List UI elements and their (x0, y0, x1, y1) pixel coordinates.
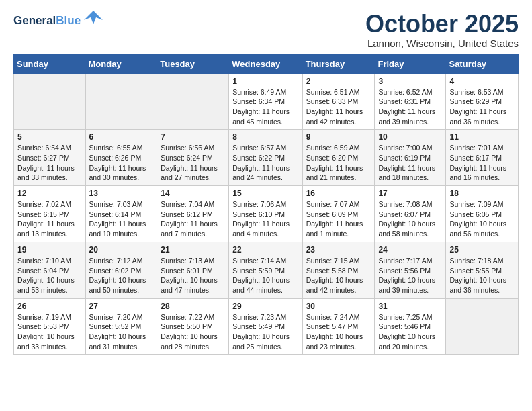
day-info: Sunrise: 7:10 AM Sunset: 6:04 PM Dayligh… (17, 256, 82, 295)
calendar-cell: 29Sunrise: 7:23 AM Sunset: 5:49 PM Dayli… (229, 298, 302, 355)
day-info: Sunrise: 7:17 AM Sunset: 5:56 PM Dayligh… (378, 256, 442, 295)
col-tuesday: Tuesday (157, 54, 229, 73)
calendar-cell (157, 73, 229, 130)
calendar-cell: 18Sunrise: 7:09 AM Sunset: 6:05 PM Dayli… (446, 186, 519, 242)
day-number: 27 (89, 302, 154, 311)
day-info: Sunrise: 7:13 AM Sunset: 6:01 PM Dayligh… (161, 256, 225, 295)
day-number: 15 (232, 189, 298, 198)
month-title: October 2025 (365, 11, 519, 38)
day-number: 4 (449, 77, 515, 86)
day-number: 9 (306, 132, 371, 142)
day-number: 11 (449, 132, 515, 142)
calendar-cell: 17Sunrise: 7:08 AM Sunset: 6:07 PM Dayli… (375, 186, 446, 242)
header: GeneralBlue October 2025 Lannon, Wiscons… (13, 11, 519, 49)
col-thursday: Thursday (302, 54, 375, 73)
calendar-cell (14, 73, 86, 130)
calendar-week-5: 26Sunrise: 7:19 AM Sunset: 5:53 PM Dayli… (14, 298, 519, 355)
calendar-cell: 10Sunrise: 7:00 AM Sunset: 6:19 PM Dayli… (375, 130, 446, 186)
calendar-cell: 5Sunrise: 6:54 AM Sunset: 6:27 PM Daylig… (14, 130, 86, 186)
day-number: 10 (378, 132, 442, 142)
day-info: Sunrise: 7:07 AM Sunset: 6:09 PM Dayligh… (306, 199, 371, 239)
calendar-table: Sunday Monday Tuesday Wednesday Thursday… (13, 54, 519, 355)
calendar-week-2: 5Sunrise: 6:54 AM Sunset: 6:27 PM Daylig… (14, 130, 519, 186)
day-number: 18 (449, 189, 515, 198)
page-container: GeneralBlue October 2025 Lannon, Wiscons… (0, 0, 532, 361)
calendar-cell: 12Sunrise: 7:02 AM Sunset: 6:15 PM Dayli… (14, 186, 86, 242)
day-number: 31 (378, 302, 442, 311)
day-number: 5 (17, 132, 82, 142)
calendar-week-4: 19Sunrise: 7:10 AM Sunset: 6:04 PM Dayli… (14, 242, 519, 298)
day-number: 21 (161, 245, 225, 255)
day-number: 19 (17, 245, 82, 255)
day-info: Sunrise: 6:56 AM Sunset: 6:24 PM Dayligh… (161, 143, 225, 183)
day-number: 7 (161, 132, 225, 142)
day-info: Sunrise: 7:06 AM Sunset: 6:10 PM Dayligh… (232, 199, 298, 239)
day-number: 6 (89, 132, 154, 142)
day-number: 26 (17, 302, 82, 311)
calendar-cell: 19Sunrise: 7:10 AM Sunset: 6:04 PM Dayli… (14, 242, 86, 298)
day-number: 13 (89, 189, 154, 198)
calendar-cell: 28Sunrise: 7:22 AM Sunset: 5:50 PM Dayli… (157, 298, 229, 355)
col-monday: Monday (85, 54, 157, 73)
col-sunday: Sunday (14, 54, 86, 73)
location: Lannon, Wisconsin, United States (365, 38, 519, 49)
calendar-cell (85, 73, 157, 130)
day-info: Sunrise: 7:00 AM Sunset: 6:19 PM Dayligh… (378, 143, 442, 183)
day-info: Sunrise: 6:59 AM Sunset: 6:20 PM Dayligh… (306, 143, 371, 183)
day-info: Sunrise: 6:51 AM Sunset: 6:33 PM Dayligh… (306, 87, 371, 127)
day-number: 16 (306, 189, 371, 198)
calendar-cell: 4Sunrise: 6:53 AM Sunset: 6:29 PM Daylig… (446, 73, 519, 130)
day-number: 28 (161, 302, 225, 311)
calendar-cell: 1Sunrise: 6:49 AM Sunset: 6:34 PM Daylig… (229, 73, 302, 130)
day-number: 2 (306, 77, 371, 86)
calendar-cell: 30Sunrise: 7:24 AM Sunset: 5:47 PM Dayli… (302, 298, 375, 355)
day-info: Sunrise: 7:25 AM Sunset: 5:46 PM Dayligh… (378, 312, 442, 352)
day-number: 24 (378, 245, 442, 255)
day-info: Sunrise: 6:53 AM Sunset: 6:29 PM Dayligh… (449, 87, 515, 127)
day-info: Sunrise: 7:01 AM Sunset: 6:17 PM Dayligh… (449, 143, 515, 183)
calendar-cell: 7Sunrise: 6:56 AM Sunset: 6:24 PM Daylig… (157, 130, 229, 186)
day-info: Sunrise: 6:49 AM Sunset: 6:34 PM Dayligh… (232, 87, 298, 127)
calendar-week-3: 12Sunrise: 7:02 AM Sunset: 6:15 PM Dayli… (14, 186, 519, 242)
day-info: Sunrise: 7:20 AM Sunset: 5:52 PM Dayligh… (89, 312, 154, 352)
day-number: 22 (232, 245, 298, 255)
calendar-cell: 22Sunrise: 7:14 AM Sunset: 5:59 PM Dayli… (229, 242, 302, 298)
day-number: 14 (161, 189, 225, 198)
col-wednesday: Wednesday (229, 54, 302, 73)
calendar-cell: 16Sunrise: 7:07 AM Sunset: 6:09 PM Dayli… (302, 186, 375, 242)
day-info: Sunrise: 7:15 AM Sunset: 5:58 PM Dayligh… (306, 256, 371, 295)
calendar-cell: 20Sunrise: 7:12 AM Sunset: 6:02 PM Dayli… (85, 242, 157, 298)
calendar-cell: 26Sunrise: 7:19 AM Sunset: 5:53 PM Dayli… (14, 298, 86, 355)
calendar-cell: 23Sunrise: 7:15 AM Sunset: 5:58 PM Dayli… (302, 242, 375, 298)
day-number: 29 (232, 302, 298, 311)
day-info: Sunrise: 7:03 AM Sunset: 6:14 PM Dayligh… (89, 199, 154, 239)
logo-blue-text: Blue (56, 14, 81, 27)
logo: GeneralBlue (13, 11, 103, 30)
calendar-week-1: 1Sunrise: 6:49 AM Sunset: 6:34 PM Daylig… (14, 73, 519, 130)
calendar-cell: 3Sunrise: 6:52 AM Sunset: 6:31 PM Daylig… (375, 73, 446, 130)
svg-marker-0 (84, 11, 103, 24)
header-row: Sunday Monday Tuesday Wednesday Thursday… (14, 54, 519, 73)
calendar-cell: 25Sunrise: 7:18 AM Sunset: 5:55 PM Dayli… (446, 242, 519, 298)
calendar-cell: 31Sunrise: 7:25 AM Sunset: 5:46 PM Dayli… (375, 298, 446, 355)
day-info: Sunrise: 6:52 AM Sunset: 6:31 PM Dayligh… (378, 87, 442, 127)
calendar-cell: 9Sunrise: 6:59 AM Sunset: 6:20 PM Daylig… (302, 130, 375, 186)
day-number: 23 (306, 245, 371, 255)
day-info: Sunrise: 7:23 AM Sunset: 5:49 PM Dayligh… (232, 312, 298, 352)
day-info: Sunrise: 7:18 AM Sunset: 5:55 PM Dayligh… (449, 256, 515, 295)
calendar-cell: 6Sunrise: 6:55 AM Sunset: 6:26 PM Daylig… (85, 130, 157, 186)
day-number: 12 (17, 189, 82, 198)
day-info: Sunrise: 7:12 AM Sunset: 6:02 PM Dayligh… (89, 256, 154, 295)
calendar-cell: 2Sunrise: 6:51 AM Sunset: 6:33 PM Daylig… (302, 73, 375, 130)
day-number: 17 (378, 189, 442, 198)
day-info: Sunrise: 6:54 AM Sunset: 6:27 PM Dayligh… (17, 143, 82, 183)
day-info: Sunrise: 7:02 AM Sunset: 6:15 PM Dayligh… (17, 199, 82, 239)
calendar-cell: 27Sunrise: 7:20 AM Sunset: 5:52 PM Dayli… (85, 298, 157, 355)
day-number: 30 (306, 302, 371, 311)
logo-general: General (13, 14, 56, 27)
calendar-cell: 8Sunrise: 6:57 AM Sunset: 6:22 PM Daylig… (229, 130, 302, 186)
day-info: Sunrise: 6:55 AM Sunset: 6:26 PM Dayligh… (89, 143, 154, 183)
calendar-cell: 21Sunrise: 7:13 AM Sunset: 6:01 PM Dayli… (157, 242, 229, 298)
calendar-cell (446, 298, 519, 355)
calendar-cell: 11Sunrise: 7:01 AM Sunset: 6:17 PM Dayli… (446, 130, 519, 186)
